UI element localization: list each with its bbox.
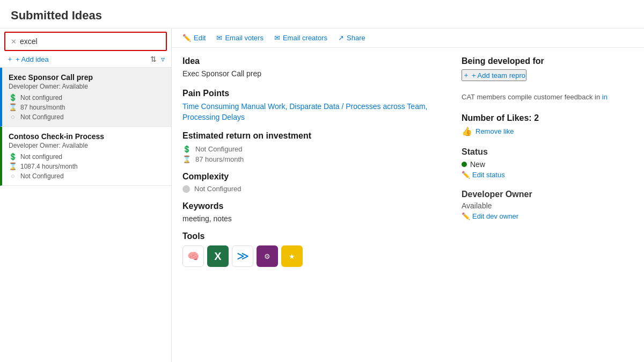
cat-note: CAT members compile customer feedback in… (462, 92, 633, 103)
tools-label: Tools (182, 231, 440, 241)
meta-complexity-2: Not Configured (20, 172, 64, 180)
share-button[interactable]: ↗ Share (338, 34, 365, 42)
meta-hours-1: 87 hours/month (20, 104, 65, 111)
hourglass-icon-1: ⌛ (9, 103, 17, 111)
meta-not-configured-1: Not configured (20, 94, 62, 102)
idea-section-value: Exec Sponsor Call prep (182, 69, 440, 78)
main-layout: ✕ ＋ + Add idea ⇅ ▿ Exec Sponsor Call pre… (0, 28, 644, 362)
keywords-value: meeting, notes (182, 214, 440, 223)
roi-section: Estimated return on investment 💲 Not Con… (182, 131, 440, 163)
search-input[interactable] (20, 37, 160, 46)
dev-owner-value: Available (462, 201, 633, 210)
edit-label: Edit (194, 34, 206, 42)
edit-dev-owner-pencil-icon: ✏️ (462, 212, 470, 220)
meta-row-1-1: 💲 Not configured (9, 93, 165, 102)
add-idea-label: + Add idea (16, 55, 49, 63)
meta-hours-2: 1087.4 hours/month (20, 163, 78, 170)
dollar-icon-2: 💲 (9, 153, 17, 161)
circle-icon-1: ○ (9, 113, 17, 121)
roi-hours-row: ⌛ 87 hours/month (182, 155, 440, 163)
clear-search-icon[interactable]: ✕ (11, 38, 17, 46)
email-creators-icon: ✉ (274, 34, 280, 42)
complexity-circle-icon (182, 185, 190, 193)
share-icon: ↗ (338, 34, 344, 42)
thumbs-up-icon: 👍 (462, 126, 472, 136)
complexity-label: Complexity (182, 172, 440, 182)
edit-status-label: Edit status (472, 171, 505, 179)
being-developed-label: Being developed for (462, 56, 633, 66)
meta-complexity-1: Not Configured (20, 113, 64, 121)
tool-excel-icon: X (207, 245, 229, 267)
status-section: Status New ✏️ Edit status (462, 147, 633, 179)
email-voters-icon: ✉ (216, 34, 222, 42)
idea-developer-2: Developer Owner: Available (9, 142, 165, 149)
add-team-repro-button[interactable]: ＋ + Add team repro (462, 69, 526, 81)
edit-dev-owner-button[interactable]: ✏️ Edit dev owner (462, 212, 633, 220)
being-developed-section: Being developed for ＋ + Add team repro (462, 56, 633, 81)
search-bar-container: ✕ (4, 32, 167, 51)
edit-status-pencil-icon: ✏️ (462, 171, 470, 179)
complexity-row: Not Configured (182, 185, 440, 193)
idea-title-1: Exec Sponsor Call prep (9, 73, 165, 82)
tools-icons-container: 🧠 X ≫ ⚙ ★ (182, 245, 440, 267)
tools-section: Tools 🧠 X ≫ ⚙ ★ (182, 231, 440, 267)
plus-icon: ＋ (6, 54, 13, 64)
hourglass-icon-2: ⌛ (9, 162, 17, 170)
right-panel: ✏️ Edit ✉ Email voters ✉ Email creators … (172, 28, 644, 362)
dev-owner-section: Developer Owner Available ✏️ Edit dev ow… (462, 190, 633, 220)
roi-not-configured-text: Not Configured (195, 145, 242, 153)
remove-like-button[interactable]: 👍 Remove like (462, 126, 514, 136)
roi-label: Estimated return on investment (182, 131, 440, 141)
cat-note-link[interactable]: in (602, 93, 608, 101)
dollar-roi-icon: 💲 (182, 145, 191, 153)
likes-section: Number of Likes: 2 👍 Remove like (462, 113, 633, 136)
hourglass-roi-icon: ⌛ (182, 155, 191, 163)
edit-icon: ✏️ (182, 34, 191, 42)
meta-row-1-3: ○ Not Configured (9, 113, 165, 121)
idea-title-2: Contoso Check-in Process (9, 132, 165, 141)
idea-item-1[interactable]: Exec Sponsor Call prep Developer Owner: … (0, 68, 171, 127)
tool-yellow-icon: ★ (281, 245, 303, 267)
meta-not-configured-2: Not configured (20, 153, 62, 161)
tool-purple-icon: ⚙ (257, 245, 278, 267)
tool-power-automate-icon: ≫ (232, 245, 253, 267)
ideas-list: Exec Sponsor Call prep Developer Owner: … (0, 68, 171, 362)
edit-status-button[interactable]: ✏️ Edit status (462, 171, 633, 179)
add-idea-button[interactable]: ＋ + Add idea (6, 54, 49, 64)
add-team-label: + Add team repro (472, 71, 525, 79)
meta-row-2-2: ⌛ 1087.4 hours/month (9, 162, 165, 170)
add-team-plus-icon: ＋ (463, 70, 470, 80)
pain-points-value: Time Consuming Manual Work, Disparate Da… (182, 102, 440, 122)
idea-item-2[interactable]: Contoso Check-in Process Developer Owner… (0, 127, 171, 186)
meta-row-1-2: ⌛ 87 hours/month (9, 103, 165, 111)
remove-like-label: Remove like (475, 127, 514, 135)
status-value: New (470, 160, 485, 169)
edit-button[interactable]: ✏️ Edit (182, 34, 206, 42)
status-dot-icon (462, 162, 467, 167)
complexity-value: Not Configured (194, 185, 241, 193)
share-label: Share (347, 34, 365, 42)
dollar-icon-1: 💲 (9, 93, 17, 102)
detail-area: Idea Exec Sponsor Call prep Pain Points … (172, 48, 644, 362)
email-voters-button[interactable]: ✉ Email voters (216, 34, 264, 42)
status-row: New (462, 160, 633, 169)
left-panel: ✕ ＋ + Add idea ⇅ ▿ Exec Sponsor Call pre… (0, 28, 172, 362)
idea-meta-1: 💲 Not configured ⌛ 87 hours/month ○ Not … (9, 93, 165, 121)
status-label: Status (462, 147, 633, 157)
idea-meta-2: 💲 Not configured ⌛ 1087.4 hours/month ○ … (9, 153, 165, 180)
detail-left: Idea Exec Sponsor Call prep Pain Points … (182, 56, 440, 353)
roi-not-configured-row: 💲 Not Configured (182, 145, 440, 153)
email-voters-label: Email voters (225, 34, 264, 42)
idea-section-label: Idea (182, 56, 440, 66)
email-creators-button[interactable]: ✉ Email creators (274, 34, 327, 42)
email-creators-label: Email creators (283, 34, 327, 42)
meta-row-2-1: 💲 Not configured (9, 153, 165, 161)
filter-icon[interactable]: ▿ (161, 55, 165, 63)
sort-icon[interactable]: ⇅ (150, 55, 157, 63)
dev-owner-label: Developer Owner (462, 190, 633, 199)
meta-row-2-3: ○ Not Configured (9, 172, 165, 180)
detail-right: Being developed for ＋ + Add team repro C… (462, 56, 633, 353)
likes-count: Number of Likes: 2 (462, 113, 633, 123)
page-title: Submitted Ideas (0, 0, 644, 28)
circle-icon-2: ○ (9, 172, 17, 180)
